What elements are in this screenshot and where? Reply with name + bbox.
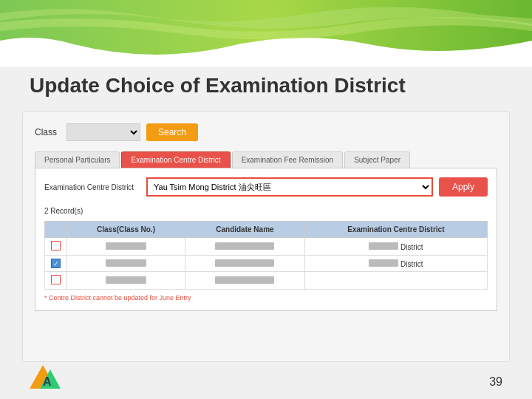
logo-shape: A: [30, 362, 66, 392]
search-button[interactable]: Search: [146, 123, 198, 141]
tab-content: Examination Centre District Yau Tsim Mon…: [35, 168, 497, 311]
row1-candidate-block: [215, 242, 274, 250]
row2-class-block: [106, 259, 146, 267]
row3-checkbox-cell[interactable]: [45, 272, 67, 290]
col-header-candidate: Candidate Name: [185, 222, 305, 238]
row3-class-block: [106, 276, 146, 284]
row3-class: [67, 272, 185, 290]
row3-candidate: [185, 272, 305, 290]
row2-district: District: [304, 256, 487, 272]
district-select[interactable]: Yau Tsim Mong District 油尖旺區: [146, 177, 433, 197]
main-content: Class Search Personal Particulars Examin…: [22, 111, 510, 362]
footer-note: * Centre District cannot be updated for …: [44, 294, 488, 301]
page-number: 39: [489, 375, 502, 389]
class-select[interactable]: [66, 123, 140, 141]
row3-district: [304, 272, 487, 290]
row1-class-block: [106, 242, 146, 250]
table-row: [45, 272, 488, 290]
tabs-container: Personal Particulars Examination Centre …: [35, 151, 497, 168]
district-row: Examination Centre District Yau Tsim Mon…: [44, 177, 488, 197]
row1-class: [67, 238, 185, 256]
row2-checkbox[interactable]: ✓: [51, 259, 61, 268]
tab-subject-paper[interactable]: Subject Paper: [344, 151, 410, 168]
district-label: Examination Centre District: [44, 183, 140, 191]
page-title: Update Choice of Examination District: [30, 74, 406, 98]
row1-checkbox-cell[interactable]: [45, 238, 67, 256]
table-row: District: [45, 238, 488, 256]
row1-district-text: District: [400, 243, 423, 251]
tab-personal[interactable]: Personal Particulars: [35, 151, 120, 168]
row1-district-block: [369, 242, 398, 250]
header-background: [0, 0, 532, 66]
row1-checkbox[interactable]: [51, 241, 61, 250]
row2-checkbox-cell[interactable]: ✓: [45, 256, 67, 272]
row2-district-block: [369, 259, 398, 267]
col-header-class: Class(Class No.): [67, 222, 185, 238]
col-header-checkbox: [45, 222, 67, 238]
tab-fee-remission[interactable]: Examination Fee Remission: [232, 151, 344, 168]
apply-button[interactable]: Apply: [439, 177, 488, 197]
row3-checkbox[interactable]: [51, 275, 61, 284]
data-table: Class(Class No.) Candidate Name Examinat…: [44, 221, 488, 290]
row2-class: [67, 256, 185, 272]
row1-district: District: [304, 238, 487, 256]
checkmark-icon: ✓: [53, 260, 59, 267]
table-row: ✓ District: [45, 256, 488, 272]
class-row: Class Search: [35, 123, 497, 141]
col-header-district: Examination Centre District: [304, 222, 487, 238]
tab-exam-centre[interactable]: Examination Centre District: [121, 151, 230, 168]
row2-district-text: District: [400, 260, 423, 268]
row2-candidate: [185, 256, 305, 272]
row3-candidate-block: [215, 276, 274, 284]
logo: A: [30, 362, 66, 392]
class-label: Class: [35, 127, 61, 137]
row2-candidate-block: [215, 259, 274, 267]
row1-candidate: [185, 238, 305, 256]
table-header-row: Class(Class No.) Candidate Name Examinat…: [45, 222, 488, 238]
records-info: 2 Record(s): [44, 207, 488, 215]
logo-a-text: A: [43, 375, 52, 389]
